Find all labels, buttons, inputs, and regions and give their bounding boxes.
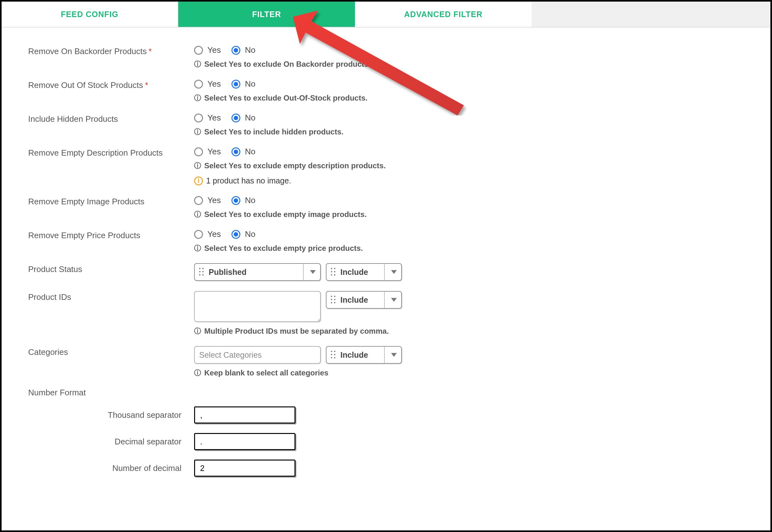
info-icon: ⓘ: [194, 59, 201, 69]
textarea-product-ids[interactable]: [194, 291, 321, 322]
radio-hidden-yes[interactable]: [194, 114, 203, 122]
input-decimal-sep[interactable]: [194, 433, 296, 450]
radio-emptydesc-yes[interactable]: [194, 147, 203, 156]
info-icon: ⓘ: [194, 368, 201, 378]
label-remove-empty-img: Remove Empty Image Products: [28, 195, 194, 207]
label-remove-outofstock: Remove Out Of Stock Products*: [28, 79, 194, 90]
label-thousand-sep: Thousand separator: [28, 410, 194, 420]
label-product-status: Product Status: [28, 263, 194, 274]
required-asterisk: *: [148, 46, 152, 56]
radio-emptyimg-yes[interactable]: [194, 196, 203, 205]
svg-marker-1: [310, 270, 316, 274]
radio-label-no: No: [245, 45, 255, 55]
label-remove-backorder: Remove On Backorder Products*: [28, 45, 194, 56]
input-num-decimal[interactable]: [194, 460, 296, 477]
label-include-hidden: Include Hidden Products: [28, 113, 194, 124]
drag-handle-icon: [199, 268, 204, 276]
radio-emptyprice-yes[interactable]: [194, 230, 203, 239]
info-icon: ⓘ: [194, 127, 201, 137]
chevron-down-icon: [384, 264, 397, 280]
chevron-down-icon: [384, 347, 397, 363]
hint-emptydesc: ⓘ Select Yes to exclude empty descriptio…: [194, 161, 751, 170]
radio-backorder-yes[interactable]: [194, 46, 203, 55]
hint-hidden: ⓘ Select Yes to include hidden products.: [194, 127, 751, 137]
tab-filter[interactable]: FILTER: [178, 2, 355, 27]
radio-label-yes: Yes: [208, 45, 221, 55]
hint-backorder: ⓘ Select Yes to exclude On Backorder pro…: [194, 59, 751, 69]
tabs-filler: [532, 2, 770, 27]
drag-handle-icon: [331, 268, 336, 276]
radio-emptyimg-no[interactable]: [232, 196, 240, 205]
hint-outofstock: ⓘ Select Yes to exclude Out-Of-Stock pro…: [194, 93, 751, 103]
hint-emptyimg: ⓘ Select Yes to exclude empty image prod…: [194, 210, 751, 219]
heading-number-format: Number Format: [28, 388, 751, 398]
warning-icon: i: [194, 176, 203, 185]
svg-marker-2: [391, 270, 397, 274]
label-remove-empty-price: Remove Empty Price Products: [28, 229, 194, 240]
radio-outofstock-yes[interactable]: [194, 80, 203, 89]
radio-outofstock-no[interactable]: [232, 80, 240, 89]
label-decimal-sep: Decimal separator: [28, 437, 194, 447]
hint-categories: ⓘ Keep blank to select all categories: [194, 368, 751, 378]
select-categories[interactable]: Select Categories: [194, 346, 321, 364]
chevron-down-icon: [384, 292, 397, 308]
radio-hidden-no[interactable]: [232, 114, 240, 122]
hint-product-ids: ⓘ Multiple Product IDs must be separated…: [194, 326, 751, 336]
input-thousand-sep[interactable]: [194, 406, 296, 424]
label-num-decimal: Number of decimal: [28, 463, 194, 473]
tab-feed-config[interactable]: FEED CONFIG: [2, 2, 178, 27]
info-icon: ⓘ: [194, 244, 201, 253]
drag-handle-icon: [331, 296, 336, 304]
required-asterisk: *: [145, 80, 148, 90]
info-icon: ⓘ: [194, 210, 201, 219]
drag-handle-icon: [331, 351, 336, 359]
tabs-bar: FEED CONFIG FILTER ADVANCED FILTER: [2, 2, 770, 28]
svg-marker-3: [391, 298, 397, 302]
radio-emptydesc-no[interactable]: [232, 147, 240, 156]
radio-backorder-no[interactable]: [232, 46, 240, 55]
info-icon: ⓘ: [194, 93, 201, 103]
label-product-ids: Product IDs: [28, 291, 194, 302]
radio-emptyprice-no[interactable]: [232, 230, 240, 239]
svg-marker-4: [391, 353, 397, 357]
select-categories-mode[interactable]: Include: [326, 346, 402, 364]
select-ids-mode[interactable]: Include: [326, 291, 402, 309]
tab-advanced-filter[interactable]: ADVANCED FILTER: [355, 2, 532, 27]
label-remove-empty-desc: Remove Empty Description Products: [28, 147, 194, 158]
chevron-down-icon: [303, 264, 316, 280]
select-status-mode[interactable]: Include: [326, 263, 402, 281]
info-icon: ⓘ: [194, 326, 201, 336]
select-product-status[interactable]: Published: [194, 263, 321, 281]
warning-no-image: i 1 product has no image.: [194, 176, 751, 185]
hint-emptyprice: ⓘ Select Yes to exclude empty price prod…: [194, 244, 751, 253]
info-icon: ⓘ: [194, 161, 201, 170]
label-categories: Categories: [28, 346, 194, 357]
